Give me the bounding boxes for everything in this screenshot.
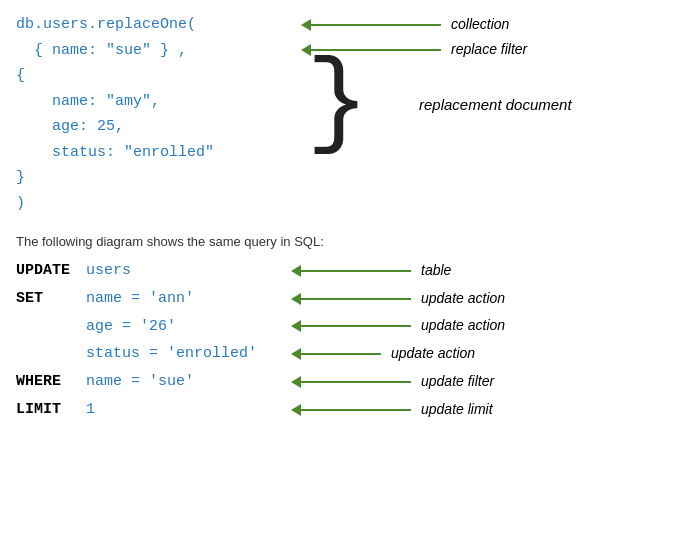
sql-label-2: update action — [421, 313, 505, 339]
replacement-doc-annotation: replacement document — [409, 96, 572, 113]
mongo-replacement-block: { name: "amy", age: 25, status: "enrolle… — [16, 63, 677, 191]
sql-row-1: SETname = 'ann'update action — [16, 285, 677, 313]
sql-arrow-container-4: update filter — [291, 369, 494, 395]
sql-keyword-5: LIMIT — [16, 396, 86, 424]
mongo-line-2: { name: "sue" } , replace filter — [16, 38, 677, 64]
label-collection: collection — [451, 13, 509, 37]
sql-arrowshaft-3 — [301, 353, 381, 355]
sql-row-0: UPDATEuserstable — [16, 257, 677, 285]
mongo-line-6: status: "enrolled" — [16, 140, 296, 166]
sql-arrowhead-3 — [291, 348, 301, 360]
brace-annotation-container: } replacement document — [306, 55, 572, 155]
sql-row-3: status = 'enrolled'update action — [16, 340, 677, 368]
arrowshaft-collection — [311, 24, 441, 26]
sql-value-2: age = '26' — [86, 313, 286, 341]
sql-arrow-3 — [291, 348, 381, 360]
sql-arrow-1 — [291, 293, 411, 305]
mongo-line-7: } — [16, 165, 296, 191]
sql-arrow-0 — [291, 265, 411, 277]
mongo-replacement-code: { name: "amy", age: 25, status: "enrolle… — [16, 63, 296, 191]
mongo-code-3: { — [16, 63, 296, 89]
arrow-replace-filter: replace filter — [301, 38, 527, 62]
sql-value-0: users — [86, 257, 286, 285]
arrowhead-collection — [301, 19, 311, 31]
mongo-code-6: status: "enrolled" — [16, 140, 296, 166]
sql-arrowhead-5 — [291, 404, 301, 416]
mongo-code-1: db.users.replaceOne( — [16, 12, 296, 38]
mongo-line-5: age: 25, — [16, 114, 296, 140]
mongo-line-4: name: "amy", — [16, 89, 296, 115]
mongo-line-1: db.users.replaceOne( collection — [16, 12, 677, 38]
arrow-collection-arrow — [301, 19, 441, 31]
sql-value-4: name = 'sue' — [86, 368, 286, 396]
sql-arrow-4 — [291, 376, 411, 388]
label-replacement-doc: replacement document — [419, 96, 572, 113]
sql-arrowhead-0 — [291, 265, 301, 277]
sql-arrow-5 — [291, 404, 411, 416]
sql-section: UPDATEuserstableSETname = 'ann'update ac… — [16, 257, 677, 424]
mongo-line-8: ) — [16, 191, 677, 217]
mongo-code-4: name: "amy", — [16, 89, 296, 115]
sql-row-5: LIMIT1update limit — [16, 396, 677, 424]
mongo-line-3: { — [16, 63, 296, 89]
sql-arrowhead-2 — [291, 320, 301, 332]
mongo-code-7: } — [16, 165, 296, 191]
sql-arrow-2 — [291, 320, 411, 332]
sql-value-5: 1 — [86, 396, 286, 424]
sql-row-4: WHEREname = 'sue'update filter — [16, 368, 677, 396]
sql-keyword-0: UPDATE — [16, 257, 86, 285]
sql-label-4: update filter — [421, 369, 494, 395]
sql-arrowhead-4 — [291, 376, 301, 388]
arrow-collection: collection — [301, 13, 509, 37]
sql-arrowshaft-2 — [301, 325, 411, 327]
big-brace-icon: } — [306, 55, 369, 155]
mongo-section: db.users.replaceOne( collection { name: … — [16, 12, 677, 216]
sql-arrow-container-0: table — [291, 258, 451, 284]
sql-arrowshaft-1 — [301, 298, 411, 300]
sql-arrowshaft-0 — [301, 270, 411, 272]
mongo-code-2: { name: "sue" } , — [16, 38, 296, 64]
sql-label-1: update action — [421, 286, 505, 312]
sql-arrowshaft-4 — [301, 381, 411, 383]
arrowhead-replace-filter — [301, 44, 311, 56]
sql-arrowshaft-5 — [301, 409, 411, 411]
sql-value-1: name = 'ann' — [86, 285, 286, 313]
sql-row-2: age = '26'update action — [16, 313, 677, 341]
separator-text: The following diagram shows the same que… — [16, 234, 677, 249]
arrowshaft-replace-filter — [311, 49, 441, 51]
label-replace-filter: replace filter — [451, 38, 527, 62]
mongo-code-8: ) — [16, 191, 296, 217]
sql-value-3: status = 'enrolled' — [86, 340, 286, 368]
sql-label-0: table — [421, 258, 451, 284]
sql-arrow-container-2: update action — [291, 313, 505, 339]
sql-arrowhead-1 — [291, 293, 301, 305]
sql-keyword-1: SET — [16, 285, 86, 313]
sql-arrow-container-5: update limit — [291, 397, 493, 423]
sql-keyword-4: WHERE — [16, 368, 86, 396]
arrow-replace-filter-arrow — [301, 44, 441, 56]
sql-label-3: update action — [391, 341, 475, 367]
sql-arrow-container-1: update action — [291, 286, 505, 312]
sql-arrow-container-3: update action — [291, 341, 475, 367]
mongo-code-5: age: 25, — [16, 114, 296, 140]
sql-label-5: update limit — [421, 397, 493, 423]
